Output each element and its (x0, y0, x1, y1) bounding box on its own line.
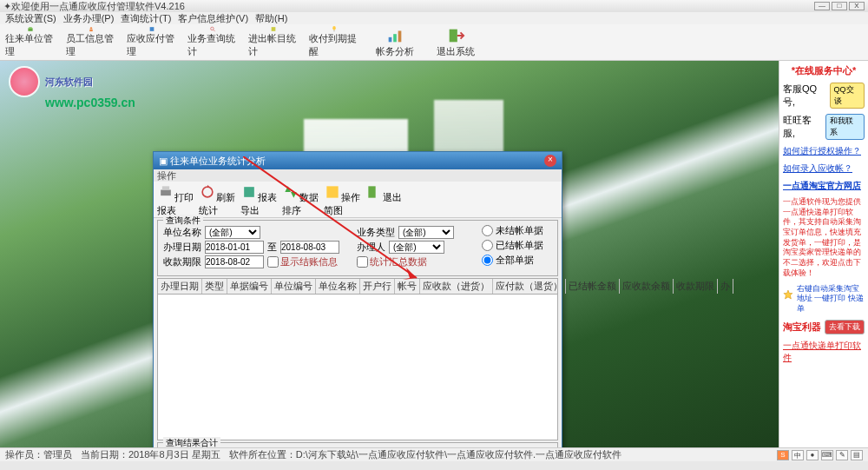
radio-unclosed[interactable]: 未结帐单据 (482, 224, 543, 237)
tray-icon4[interactable]: ✎ (836, 450, 848, 460)
menu-business[interactable]: 业务办理(P) (63, 12, 115, 24)
tb-staff[interactable]: 员工信息管理 (66, 26, 116, 58)
status-operator: 操作员：管理员 (5, 448, 72, 461)
desktop: 河东软件园 www.pc0359.cn ▣ 往来单位业务统计分析 × 操作 打印… (0, 61, 868, 447)
col-acct[interactable]: 帐号 (395, 279, 420, 294)
dialog-menu-op[interactable]: 操作 (157, 170, 176, 181)
tb-query[interactable]: 业务查询统计 (187, 26, 238, 58)
qq-label: 客服QQ号, (783, 83, 827, 109)
dialog-close-icon[interactable]: × (544, 155, 556, 167)
menu-query[interactable]: 查询统计(T) (121, 12, 171, 24)
svg-rect-4 (150, 27, 155, 31)
summary-legend: 查询结果合计 (163, 437, 220, 447)
summary-groupbox: 查询结果合计 应收款总额（出货）：0.00 应付款总额（退货）：0.00 已结帐… (157, 442, 558, 447)
ww-label: 旺旺客服, (783, 114, 823, 140)
radio-closed[interactable]: 已结帐单据 (482, 239, 543, 252)
handler-label: 办理人 (357, 241, 385, 254)
close-button[interactable]: X (849, 2, 865, 10)
svg-point-8 (332, 26, 336, 30)
svg-rect-10 (389, 37, 392, 43)
col-op[interactable]: 办 (718, 279, 733, 294)
unit-label: 单位名称 (163, 226, 201, 239)
col-settled[interactable]: 已结帐金额 (566, 279, 620, 294)
window-title: 欢迎使用一点通应收应付管理软件V4.216 (11, 0, 185, 13)
main-menubar[interactable]: 系统设置(S) 业务办理(P) 查询统计(T) 客户信息维护(V) 帮助(H) (0, 12, 868, 24)
service-sidebar: *在线服务中心* 客服QQ号,QQ交谈 旺旺客服,和我联系 如何进行授权操作？ … (779, 61, 868, 447)
link-ar[interactable]: 如何录入应收帐？ (783, 162, 865, 175)
promo-text: 一点通软件现为您提供一点通快递单打印软件，其支持自动采集淘宝订单信息，快速填充发… (783, 197, 865, 279)
date-label: 办理日期 (163, 241, 201, 254)
min-button[interactable]: — (814, 2, 830, 10)
date-to-input[interactable] (280, 241, 339, 254)
dtb-refresh[interactable]: 刷新统计 (199, 183, 235, 215)
svg-rect-7 (272, 27, 276, 31)
col-ap[interactable]: 应付款（退货） (493, 279, 566, 294)
tb-ar[interactable]: 应收应付管理 (127, 26, 177, 58)
svg-rect-16 (161, 190, 171, 196)
menu-help[interactable]: 帮助(H) (255, 12, 287, 24)
table-body[interactable] (157, 295, 558, 440)
check-summary[interactable]: 统计汇总数据 (357, 255, 427, 268)
menu-customer[interactable]: 客户信息维护(V) (178, 12, 248, 24)
svg-rect-1 (29, 27, 32, 29)
tray-icon2[interactable]: ● (806, 450, 819, 460)
status-path: 软件所在位置：D:\河东下载站\一点通应收应付软件\一点通应收应付软件.一点通应… (229, 448, 621, 461)
tray-icon3[interactable]: ⌨ (821, 450, 833, 460)
link-auth[interactable]: 如何进行授权操作？ (783, 145, 865, 157)
statusbar: 操作员：管理员 当前日期：2018年8月3日 星期五 软件所在位置：D:\河东下… (0, 447, 868, 461)
svg-point-2 (90, 27, 92, 29)
col-date[interactable]: 办理日期 (158, 279, 202, 294)
svg-rect-20 (244, 187, 254, 197)
tb-ledger[interactable]: 进出帐目统计 (248, 26, 299, 58)
date-from-input[interactable] (205, 241, 264, 254)
tray-icon5[interactable]: ▤ (851, 450, 863, 460)
col-unitno[interactable]: 单位编号 (272, 279, 316, 294)
sidebar-header: *在线服务中心* (783, 64, 865, 77)
menu-system[interactable]: 系统设置(S) (5, 12, 56, 24)
foot-link[interactable]: 一点通快递单打印软件 (783, 340, 865, 364)
dtb-guide[interactable]: 操作简图 (324, 183, 360, 215)
check-closed[interactable]: 显示结账信息 (267, 255, 338, 268)
svg-rect-11 (393, 34, 397, 42)
main-toolbar: 往来单位管理 员工信息管理 应收应付管理 业务查询统计 进出帐目统计 收付到期提… (0, 24, 868, 61)
watermark-url: www.pc0359.cn (45, 96, 135, 109)
col-due[interactable]: 收款期限 (674, 279, 718, 294)
watermark: 河东软件园 (9, 66, 93, 97)
stats-dialog: ▣ 往来单位业务统计分析 × 操作 打印报表 刷新统计 报表导出 数据排序 操作… (153, 151, 562, 447)
svg-marker-19 (207, 185, 210, 188)
col-type[interactable]: 类型 (202, 279, 227, 294)
col-docno[interactable]: 单据编号 (227, 279, 272, 294)
qq-badge[interactable]: QQ交谈 (830, 83, 865, 109)
col-bank[interactable]: 开户行 (360, 279, 395, 294)
svg-rect-21 (326, 186, 338, 197)
dtb-export[interactable]: 报表导出 (240, 183, 277, 215)
tb-remind[interactable]: 收付到期提醒 (309, 26, 359, 58)
biz-select[interactable]: (全部) (398, 226, 454, 239)
tb-exit[interactable]: 退出系统 (431, 26, 481, 58)
dtb-print[interactable]: 打印报表 (157, 183, 194, 215)
paydate-input[interactable] (205, 255, 264, 268)
svg-rect-3 (89, 30, 93, 31)
ww-badge[interactable]: 和我联系 (825, 114, 865, 140)
tray-icon[interactable]: S (777, 450, 789, 460)
col-ar[interactable]: 应收款（进货） (420, 279, 493, 294)
table-header: 办理日期 类型 单据编号 单位编号 单位名称 开户行 帐号 应收款（进货） 应付… (157, 278, 558, 295)
tb-analysis[interactable]: 帐务分析 (370, 26, 420, 58)
dtb-exit[interactable]: 退出 (365, 183, 402, 215)
svg-rect-13 (450, 30, 457, 43)
dtb-sort[interactable]: 数据排序 (282, 183, 319, 215)
star-text: 右键自动采集淘宝地址 一键打印 快递单 (797, 284, 865, 314)
svg-rect-12 (398, 31, 402, 43)
download-button[interactable]: 去看下载 (825, 320, 865, 334)
app-icon: ✦ (3, 1, 11, 12)
unit-select[interactable]: (全部) (205, 226, 260, 239)
tb-units[interactable]: 往来单位管理 (5, 26, 56, 58)
handler-select[interactable]: (全部) (389, 241, 444, 254)
max-button[interactable]: □ (832, 2, 847, 10)
link-shop[interactable]: 一点通淘宝官方网店 (783, 180, 865, 192)
col-balance[interactable]: 应收款余额 (620, 279, 674, 294)
svg-rect-22 (368, 186, 375, 197)
radio-all[interactable]: 全部单据 (482, 254, 543, 267)
tray-ime-icon[interactable]: 中 (792, 450, 804, 460)
col-unitname[interactable]: 单位名称 (316, 279, 360, 294)
